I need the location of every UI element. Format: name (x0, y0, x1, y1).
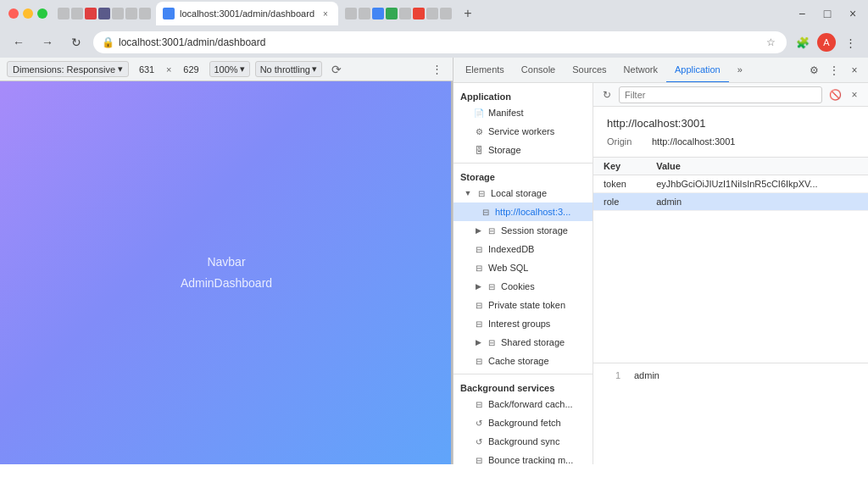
responsive-bar: Dimensions: Responsive ▾ × 100% ▾ No thr… (0, 58, 453, 81)
table-row[interactable]: token eyJhbGciOiJIUzI1NiIsInR5cCI6IkpXV.… (593, 175, 868, 193)
tab-icon-9 (359, 8, 370, 19)
cell-value-role: admin (646, 193, 868, 211)
local-storage-expand: ▼ (464, 189, 472, 197)
bookmark-icon: ☆ (766, 36, 778, 48)
toolbar-icons: 🧩 A ⋮ (792, 31, 861, 53)
filter-refresh-icon[interactable]: ↻ (600, 88, 614, 102)
table-row-selected[interactable]: role admin (593, 193, 868, 211)
lock-icon: 🔒 (102, 36, 114, 48)
sidebar-item-interest-groups[interactable]: ⊟ Interest groups (453, 314, 593, 333)
session-storage-icon: ⊟ (487, 225, 497, 236)
tab-icon-12 (399, 8, 411, 19)
origin-label: Origin (607, 136, 645, 147)
nav-refresh-btn[interactable]: ↻ (64, 30, 88, 54)
tab-icon-11 (386, 8, 398, 19)
extensions-icon[interactable]: 🧩 (792, 31, 814, 53)
sidebar-divider-1 (453, 163, 593, 164)
filter-clear-btn[interactable]: 🚫 (827, 87, 843, 103)
resize-handle[interactable] (448, 81, 453, 464)
sidebar-item-cache-storage[interactable]: ⊟ Cache storage (453, 352, 593, 370)
tab-console[interactable]: Console (513, 58, 564, 83)
sidebar-item-background-fetch[interactable]: ↺ Background fetch (453, 413, 593, 432)
window-x-btn[interactable]: × (841, 2, 865, 25)
window-minimize-btn[interactable] (23, 8, 33, 19)
tab-application[interactable]: Application (666, 58, 729, 83)
zoom-label: 100% (214, 64, 238, 75)
sidebar-item-shared-storage[interactable]: ▶ ⊟ Shared storage (453, 333, 593, 352)
address-bar-row: ← → ↻ 🔒 localhost:3001/admin/dashboard ☆… (0, 27, 868, 58)
tab-icon-3 (85, 8, 97, 19)
sidebar-item-session-storage[interactable]: ▶ ⊟ Session storage (453, 221, 593, 240)
session-storage-expand: ▶ (474, 226, 482, 235)
devtools-rotate-icon[interactable]: ⟳ (327, 60, 346, 79)
origin-row: Origin http://localhost:3001 (607, 136, 854, 147)
window-restore-btn[interactable]: □ (815, 2, 839, 25)
origin-section: http://localhost:3001 Origin http://loca… (593, 107, 868, 158)
col-value: Value (646, 158, 868, 175)
sidebar-item-cookies[interactable]: ▶ ⊟ Cookies (453, 277, 593, 296)
sidebar-item-back-forward[interactable]: ⊟ Back/forward cach... (453, 395, 593, 413)
throttle-selector[interactable]: No throttling ▾ (255, 61, 322, 77)
sidebar-divider-2 (453, 374, 593, 374)
sidebar-item-local-storage[interactable]: ▼ ⊟ Local storage (453, 184, 593, 202)
indexeddb-icon: ⊟ (474, 244, 484, 254)
width-input[interactable] (134, 64, 159, 75)
height-input[interactable] (179, 64, 204, 75)
zoom-chevron: ▾ (240, 64, 245, 75)
sidebar-item-private-state[interactable]: ⊟ Private state token (453, 296, 593, 314)
sidebar-item-web-sql[interactable]: ⊟ Web SQL (453, 258, 593, 277)
sidebar-item-storage[interactable]: 🗄 Storage (453, 141, 593, 159)
window-min-btn[interactable]: − (790, 2, 814, 25)
zoom-selector[interactable]: 100% ▾ (209, 61, 250, 77)
tab-bar: localhost:3001/admin/dashboard × + − □ × (0, 0, 868, 27)
tab-network[interactable]: Network (615, 58, 666, 83)
nav-back-btn[interactable]: ← (7, 30, 31, 54)
tab-sources[interactable]: Sources (564, 58, 615, 83)
sidebar-item-manifest[interactable]: 📄 Manifest (453, 103, 593, 122)
navbar-label: Navbar (181, 252, 272, 273)
profile-icon[interactable]: A (817, 33, 836, 52)
table-header-row: Key Value (593, 158, 868, 175)
tab-elements[interactable]: Elements (457, 58, 513, 83)
cell-key-role: role (593, 193, 646, 211)
tab-icon-15 (440, 8, 452, 19)
main-panel: ↻ 🚫 × http://localhost:3001 Origin http:… (593, 83, 868, 464)
new-tab-btn[interactable]: + (457, 3, 479, 25)
background-fetch-icon: ↺ (474, 418, 484, 428)
origin-url: http://localhost:3001 (607, 117, 854, 130)
filter-close-icon[interactable]: × (848, 88, 861, 102)
window-maximize-btn[interactable] (37, 8, 47, 19)
filter-input[interactable] (619, 86, 822, 103)
devtools-settings-icon[interactable]: ⚙ (804, 60, 824, 80)
tab-icon-4 (98, 8, 110, 19)
interest-groups-icon: ⊟ (474, 319, 484, 329)
sidebar-item-bounce-tracking[interactable]: ⊟ Bounce tracking m... (453, 451, 593, 464)
service-workers-icon: ⚙ (474, 126, 484, 136)
active-tab[interactable]: localhost:3001/admin/dashboard × (156, 2, 338, 25)
sidebar-item-localhost[interactable]: ⊟ http://localhost:3... (453, 202, 593, 221)
sidebar-application-header: Application (453, 86, 593, 103)
page-background: Navbar AdminDashboard (0, 81, 453, 464)
sidebar-item-service-workers[interactable]: ⚙ Service workers (453, 122, 593, 141)
dashboard-label: AdminDashboard (181, 273, 272, 294)
devtools-more-icon[interactable]: ⋮ (824, 60, 844, 80)
dim-separator: × (164, 64, 173, 75)
more-icon[interactable]: ⋮ (839, 31, 861, 53)
sidebar-background-header: Background services (453, 378, 593, 395)
responsive-selector[interactable]: Dimensions: Responsive ▾ (7, 61, 129, 77)
sidebar-item-background-sync[interactable]: ↺ Background sync (453, 432, 593, 451)
tab-close-btn[interactable]: × (320, 8, 331, 19)
value-line-number: 1 (604, 370, 620, 380)
devtools-responsive-more[interactable]: ⋮ (427, 60, 446, 79)
address-bar[interactable]: 🔒 localhost:3001/admin/dashboard ☆ (93, 31, 787, 53)
devtools-close-icon[interactable]: × (844, 60, 865, 80)
sidebar-item-indexeddb[interactable]: ⊟ IndexedDB (453, 240, 593, 258)
col-key: Key (593, 158, 646, 175)
back-forward-icon: ⊟ (474, 399, 484, 409)
web-sql-icon: ⊟ (474, 263, 484, 273)
tab-icon-13 (413, 8, 425, 19)
nav-forward-btn[interactable]: → (36, 30, 59, 54)
window-close-btn[interactable] (8, 8, 19, 19)
tab-more[interactable]: » (729, 58, 751, 83)
cache-storage-icon: ⊟ (474, 356, 484, 366)
